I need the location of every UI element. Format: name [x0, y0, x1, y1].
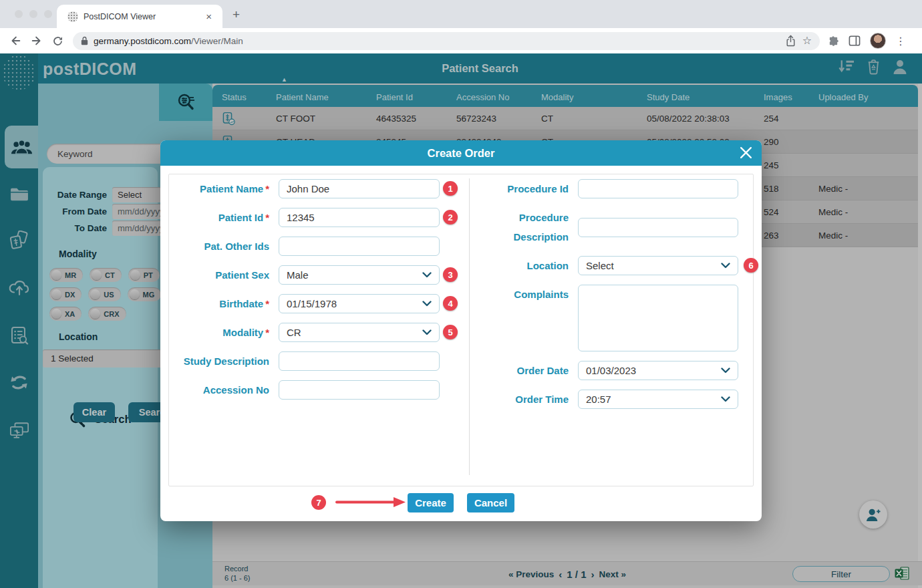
field-label: Birthdate* — [170, 294, 269, 313]
back-button[interactable] — [9, 35, 21, 47]
field-procedure-id: Procedure Id* — [467, 179, 738, 198]
form-column-left: Patient Name* John Doe 1 Patient Id* 123… — [170, 179, 440, 400]
tab-title: PostDICOM Viewer — [84, 12, 202, 21]
tab-close-icon[interactable]: × — [202, 11, 216, 22]
minimize-window-button[interactable] — [29, 10, 37, 18]
field-label: Procedure Id* — [467, 179, 569, 198]
field-order-time: Order Time* 20:57 — [467, 390, 738, 409]
field-label: Accession No* — [170, 380, 269, 400]
url-bar[interactable]: germany.postdicom.com/Viewer/Main ☆ — [73, 32, 820, 50]
field-label: Study Description* — [170, 351, 269, 371]
browser-menu-icon[interactable]: ⋮ — [895, 35, 906, 47]
field-control[interactable]: 01/03/2023 — [578, 361, 738, 380]
field-control[interactable]: CR — [279, 323, 440, 342]
field-patient-name: Patient Name* John Doe 1 — [170, 179, 440, 198]
field-label: Procedure Description* — [467, 208, 569, 247]
field-modality: Modality* CR 5 — [170, 323, 440, 342]
profile-avatar[interactable] — [870, 33, 886, 49]
field-label: Order Time* — [467, 390, 569, 409]
annotation-badge-7: 7 — [311, 495, 326, 510]
annotation-badge-2: 2 — [443, 210, 458, 225]
share-icon[interactable] — [786, 35, 796, 47]
chevron-down-icon — [721, 396, 730, 402]
field-control[interactable] — [578, 179, 738, 198]
side-panel-icon[interactable] — [849, 35, 861, 46]
chevron-down-icon — [422, 329, 432, 335]
chevron-down-icon — [422, 272, 432, 278]
field-control[interactable]: 01/15/1978 — [279, 294, 440, 313]
annotation-arrow — [335, 496, 406, 508]
browser-toolbar: germany.postdicom.com/Viewer/Main ☆ ⋮ — [0, 28, 922, 53]
favicon-icon — [67, 11, 78, 22]
field-control[interactable] — [279, 237, 440, 256]
field-label: Patient Id* — [170, 208, 269, 227]
field-control[interactable]: 12345 — [279, 208, 440, 227]
chevron-down-icon — [422, 301, 432, 307]
form-column-right: Procedure Id* Procedure Description* Loc… — [467, 179, 738, 409]
modal-header: Create Order — [160, 140, 762, 166]
field-control[interactable] — [279, 351, 440, 371]
browser-tab[interactable]: PostDICOM Viewer × — [57, 5, 222, 28]
chrome-icons: ⋮ — [828, 33, 906, 49]
field-label: Pat. Other Ids* — [170, 237, 269, 256]
screen: PostDICOM Viewer × + germany.postdicom.c… — [0, 0, 922, 588]
field-location: Location* Select 6 — [467, 256, 738, 275]
field-label: Complaints* — [467, 285, 569, 304]
extensions-puzzle-icon[interactable] — [828, 35, 839, 47]
field-label: Modality* — [170, 323, 269, 342]
field-label: Location* — [467, 256, 569, 275]
field-birthdate: Birthdate* 01/15/1978 4 — [170, 294, 440, 313]
chevron-down-icon — [721, 263, 730, 269]
bookmark-star-icon[interactable]: ☆ — [802, 35, 812, 46]
field-control[interactable] — [578, 285, 738, 351]
field-control[interactable] — [279, 380, 440, 400]
annotation-badge-4: 4 — [443, 296, 458, 311]
close-window-button[interactable] — [15, 10, 23, 18]
maximize-window-button[interactable] — [44, 10, 52, 18]
reload-button[interactable] — [52, 35, 63, 47]
field-control[interactable]: John Doe — [279, 179, 440, 198]
field-order-date: Order Date* 01/03/2023 — [467, 361, 738, 380]
forward-button[interactable] — [31, 35, 43, 47]
field-patient-id: Patient Id* 12345 2 — [170, 208, 440, 227]
field-control[interactable] — [578, 218, 738, 237]
field-control[interactable]: 20:57 — [578, 390, 738, 409]
field-label: Patient Sex* — [170, 265, 269, 285]
annotation-badge-5: 5 — [443, 325, 458, 339]
field-complaints: Complaints* — [467, 285, 738, 351]
chevron-down-icon — [721, 368, 730, 374]
modal-close-icon[interactable] — [740, 146, 752, 159]
field-study-description: Study Description* — [170, 351, 440, 371]
field-patient-sex: Patient Sex* Male 3 — [170, 265, 440, 285]
url-text: germany.postdicom.com/Viewer/Main — [94, 36, 779, 46]
field-accession-no: Accession No* — [170, 380, 440, 400]
annotation-badge-3: 3 — [443, 267, 458, 282]
cancel-button[interactable]: Cancel — [467, 493, 514, 512]
field-control[interactable]: Select — [578, 256, 738, 275]
lock-icon — [81, 36, 88, 45]
field-pat-other-ids: Pat. Other Ids* — [170, 237, 440, 256]
field-label: Patient Name* — [170, 179, 269, 198]
create-button[interactable]: Create — [408, 493, 454, 512]
modal-footer: 7 Create Cancel — [160, 493, 762, 513]
annotation-badge-1: 1 — [443, 181, 458, 196]
annotation-badge-6: 6 — [744, 258, 758, 273]
create-order-modal: Create Order Patient Name* John Doe 1 Pa… — [160, 140, 762, 521]
browser-tab-strip: PostDICOM Viewer × + — [0, 0, 922, 28]
field-label: Order Date* — [467, 361, 569, 380]
field-procedure-description: Procedure Description* — [467, 208, 738, 247]
new-tab-button[interactable]: + — [233, 8, 240, 21]
modal-title: Create Order — [428, 147, 495, 160]
field-control[interactable]: Male — [279, 265, 440, 285]
